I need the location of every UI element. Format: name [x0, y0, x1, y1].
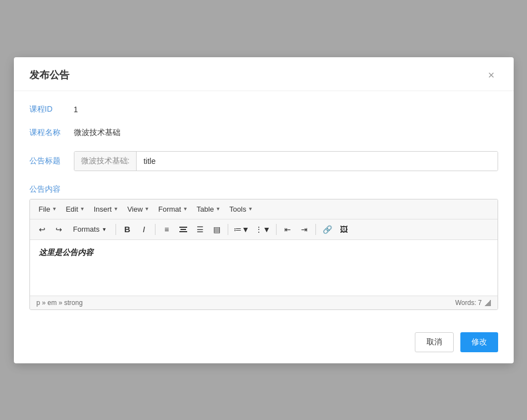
editor-wrapper: File ▼ Edit ▼ Insert ▼ View — [29, 199, 498, 310]
edit-arrow-icon: ▼ — [80, 206, 85, 212]
align-justify-icon: ▤ — [213, 225, 220, 234]
ordered-list-button[interactable]: ⋮▼ — [253, 222, 273, 237]
unordered-list-button[interactable]: ≔▼ — [232, 222, 252, 237]
resize-handle-icon[interactable] — [484, 299, 491, 306]
modal-footer: 取消 修改 — [14, 323, 514, 363]
course-name-value: 微波技术基础 — [74, 128, 121, 138]
submit-button[interactable]: 修改 — [460, 332, 498, 352]
undo-button[interactable]: ↩ — [34, 222, 50, 237]
redo-button[interactable]: ↪ — [51, 222, 67, 237]
outdent-button[interactable]: ⇤ — [280, 222, 295, 237]
editor-statusbar: p » em » strong Words: 7 — [30, 296, 498, 309]
tools-arrow-icon: ▼ — [248, 206, 253, 212]
notice-title-row: 公告标题 微波技术基础: — [29, 151, 498, 171]
menu-file[interactable]: File ▼ — [34, 203, 62, 216]
image-button[interactable]: 🖼 — [336, 222, 352, 237]
indent-icon: ⇥ — [301, 225, 308, 234]
view-arrow-icon: ▼ — [144, 206, 149, 212]
cancel-button[interactable]: 取消 — [415, 332, 454, 352]
formats-dropdown-button[interactable]: Formats ▼ — [68, 223, 113, 236]
format-arrow-icon: ▼ — [183, 206, 188, 212]
align-justify-button[interactable]: ▤ — [209, 222, 224, 237]
notice-title-input-wrapper: 微波技术基础: — [74, 151, 498, 171]
align-right-button[interactable]: ☰ — [192, 222, 208, 237]
modal-header: 发布公告 × — [14, 57, 514, 91]
notice-content-section: 公告内容 File ▼ Edit ▼ Insert — [29, 184, 498, 310]
menu-format[interactable]: Format ▼ — [154, 203, 192, 216]
align-center-icon — [179, 227, 187, 232]
undo-icon: ↩ — [39, 225, 46, 234]
words-count: Words: 7 — [455, 299, 482, 307]
notice-title-label: 公告标题 — [29, 156, 74, 166]
course-name-row: 课程名称 微波技术基础 — [29, 128, 498, 138]
link-button[interactable]: 🔗 — [319, 222, 335, 237]
course-id-row: 课程ID 1 — [29, 104, 498, 114]
course-id-label: 课程ID — [29, 104, 74, 114]
editor-content[interactable]: 这里是公告内容 — [30, 240, 498, 296]
editor-text: 这里是公告内容 — [39, 248, 93, 257]
align-left-icon: ≡ — [164, 225, 169, 234]
menu-insert[interactable]: Insert ▼ — [89, 203, 123, 216]
italic-button[interactable]: I — [136, 222, 152, 237]
redo-icon: ↪ — [56, 225, 62, 234]
file-arrow-icon: ▼ — [52, 206, 57, 212]
bold-icon: B — [124, 224, 131, 234]
image-icon: 🖼 — [340, 225, 348, 234]
modal-title: 发布公告 — [29, 68, 69, 82]
toolbar-separator-4 — [276, 224, 277, 235]
ordered-list-icon: ⋮▼ — [255, 225, 270, 234]
menu-view[interactable]: View ▼ — [123, 203, 154, 216]
bold-button[interactable]: B — [119, 222, 135, 237]
menu-tools[interactable]: Tools ▼ — [225, 203, 257, 216]
editor-toolbar: ↩ ↪ Formats ▼ B — [30, 219, 498, 240]
toolbar-separator-2 — [155, 224, 155, 235]
menu-edit[interactable]: Edit ▼ — [61, 203, 89, 216]
course-id-value: 1 — [74, 105, 78, 114]
modal-body: 课程ID 1 课程名称 微波技术基础 公告标题 微波技术基础: 公告内容 — [14, 91, 514, 323]
formats-arrow-icon: ▼ — [102, 227, 107, 232]
unordered-list-icon: ≔▼ — [234, 225, 249, 234]
notice-title-prefix: 微波技术基础: — [74, 152, 137, 171]
notice-content-label: 公告内容 — [29, 184, 498, 194]
toolbar-separator-3 — [228, 224, 228, 235]
table-arrow-icon: ▼ — [215, 206, 220, 212]
align-left-button[interactable]: ≡ — [159, 222, 174, 237]
toolbar-separator-5 — [315, 224, 316, 235]
insert-arrow-icon: ▼ — [113, 206, 118, 212]
indent-button[interactable]: ⇥ — [297, 222, 312, 237]
italic-icon: I — [143, 224, 145, 234]
editor-path: p » em » strong — [37, 299, 83, 307]
modal-overlay: 发布公告 × 课程ID 1 课程名称 微波技术基础 公告标题 微波技术基础: — [0, 0, 527, 420]
align-center-button[interactable] — [175, 222, 191, 237]
link-icon: 🔗 — [323, 225, 332, 234]
editor-menubar: File ▼ Edit ▼ Insert ▼ View — [30, 199, 498, 219]
notice-title-input[interactable] — [137, 152, 497, 171]
outdent-icon: ⇤ — [284, 225, 291, 234]
modal-dialog: 发布公告 × 课程ID 1 课程名称 微波技术基础 公告标题 微波技术基础: — [14, 57, 514, 363]
close-button[interactable]: × — [485, 68, 498, 82]
align-right-icon: ☰ — [197, 225, 204, 234]
course-name-label: 课程名称 — [29, 128, 74, 138]
menu-table[interactable]: Table ▼ — [192, 203, 225, 216]
toolbar-separator-1 — [116, 224, 116, 235]
